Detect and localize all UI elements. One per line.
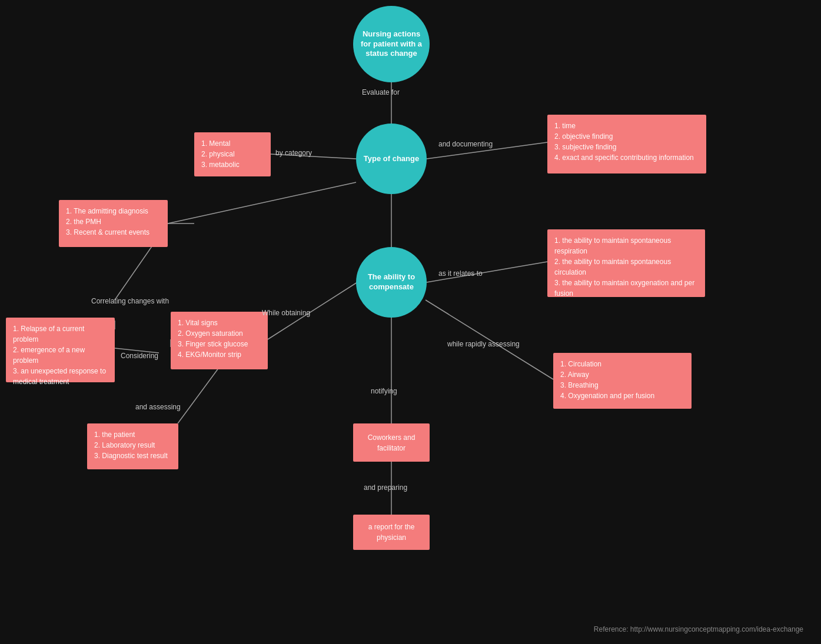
- root-node: Nursing actions for patient with a statu…: [353, 6, 430, 82]
- evaluate-for-label: Evaluate for: [362, 88, 400, 96]
- notifying-label: notifying: [371, 387, 397, 395]
- reference-text: Reference: http://www.nursingconceptmapp…: [594, 625, 803, 633]
- admitting-rect: 1. The admitting diagnosis 2. the PMH 3.…: [59, 200, 168, 247]
- relapse-rect: 1. Relapse of a current problem 2. emerg…: [6, 318, 115, 382]
- circulation-rect: 1. Circulation 2. Airway 3. Breathing 4.…: [553, 353, 692, 409]
- ability-compensate-node: The ability to compensate: [356, 247, 427, 318]
- coworkers-node: Coworkers and facilitator: [353, 423, 430, 462]
- type-of-change-node: Type of change: [356, 124, 427, 194]
- and-assessing-label: and assessing: [135, 403, 181, 411]
- while-rapidly-label: while rapidly assessing: [447, 340, 520, 348]
- and-documenting-label: and documenting: [438, 140, 493, 148]
- by-category-label: by category: [275, 149, 312, 157]
- svg-line-12: [178, 368, 219, 423]
- svg-line-14: [168, 182, 356, 223]
- mental-rect: 1. Mental 2. physical 3. metabolic: [194, 132, 271, 176]
- maintain-rect: 1. the ability to maintain spontaneous r…: [547, 229, 705, 297]
- documenting-rect: 1. time 2. objective finding 3. subjecti…: [547, 115, 706, 173]
- correlating-label: Correlating changes with: [91, 297, 169, 305]
- patient-rect: 1. the patient 2. Laboratory result 3. D…: [87, 423, 178, 469]
- while-obtaining-label: While obtaining: [262, 309, 310, 317]
- considering-label: Considering: [121, 352, 158, 360]
- diagram-container: Nursing actions for patient with a statu…: [0, 0, 821, 644]
- report-physician-node: a report for the physician: [353, 515, 430, 550]
- as-it-relates-label: as it relates to: [438, 269, 483, 278]
- and-preparing-label: and preparing: [364, 483, 407, 492]
- vital-signs-rect: 1. Vital signs 2. Oxygen saturation 3. F…: [171, 312, 268, 369]
